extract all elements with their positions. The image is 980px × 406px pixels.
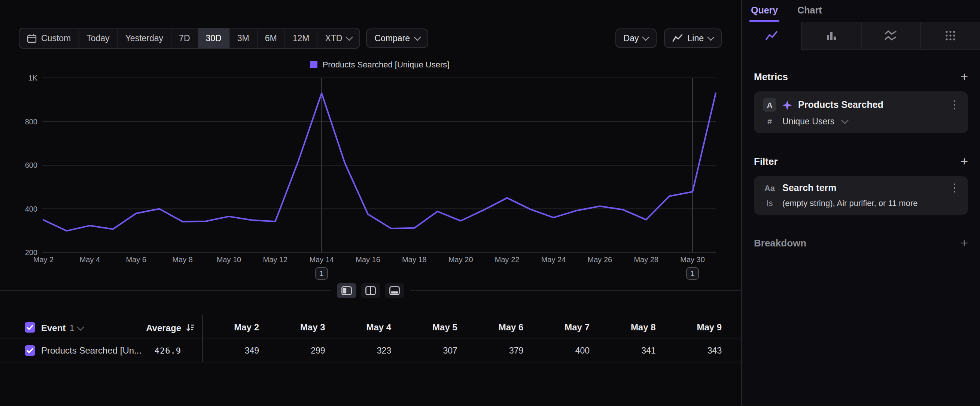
tab-area-chart[interactable] bbox=[861, 22, 921, 50]
event-selector[interactable]: Event 1 bbox=[41, 317, 83, 339]
svg-text:May 6: May 6 bbox=[126, 255, 146, 264]
svg-text:May 2: May 2 bbox=[33, 255, 54, 264]
range-xtd-button[interactable]: XTD bbox=[317, 29, 360, 48]
bar-chart-icon bbox=[825, 29, 837, 42]
line-chart-icon bbox=[765, 29, 778, 42]
granularity-label: Day bbox=[624, 34, 639, 43]
chevron-down-icon bbox=[77, 323, 84, 330]
column-header-may-4[interactable]: May 4 bbox=[325, 317, 391, 339]
add-filter-button[interactable]: + bbox=[961, 156, 968, 167]
granularity-button[interactable]: Day bbox=[616, 29, 657, 48]
filter-options-button[interactable] bbox=[950, 183, 959, 193]
svg-text:400: 400 bbox=[25, 205, 37, 213]
split-right-icon bbox=[365, 286, 376, 295]
svg-text:May 20: May 20 bbox=[449, 255, 473, 264]
range-today-button[interactable]: Today bbox=[79, 29, 118, 48]
query-panel: Query Chart bbox=[741, 0, 980, 406]
check-icon bbox=[26, 347, 34, 353]
chart-toolbar: CustomTodayYesterday7D30D3M6M12MXTD Comp… bbox=[19, 29, 722, 48]
chart-type-button[interactable]: Line bbox=[665, 29, 722, 48]
tab-query[interactable]: Query bbox=[749, 0, 780, 22]
metrics-title: Metrics bbox=[754, 71, 788, 83]
svg-text:May 22: May 22 bbox=[495, 255, 520, 264]
legend-label: Products Searched [Unique Users] bbox=[323, 60, 450, 69]
measure-label: Unique Users bbox=[782, 117, 834, 126]
column-header-may-9[interactable]: May 9 bbox=[656, 317, 722, 339]
add-breakdown-button[interactable]: + bbox=[961, 238, 968, 248]
range-30d-button[interactable]: 30D bbox=[198, 29, 230, 48]
range-6m-button[interactable]: 6M bbox=[258, 29, 285, 48]
column-header-may-3[interactable]: May 3 bbox=[259, 317, 325, 339]
chevron-down-icon bbox=[642, 33, 650, 41]
metrics-section-header: Metrics + bbox=[754, 71, 968, 83]
column-header-may-7[interactable]: May 7 bbox=[524, 317, 590, 339]
metric-name: Products Searched bbox=[798, 100, 944, 110]
select-all-checkbox[interactable] bbox=[25, 322, 35, 333]
svg-text:May 14: May 14 bbox=[309, 255, 334, 264]
svg-text:May 26: May 26 bbox=[588, 255, 612, 264]
range-12m-button[interactable]: 12M bbox=[285, 29, 318, 48]
chart-legend[interactable]: Products Searched [Unique Users] bbox=[43, 60, 716, 69]
range-custom-button[interactable]: Custom bbox=[19, 29, 79, 48]
add-metric-button[interactable]: + bbox=[961, 72, 968, 82]
average-column-header: Average bbox=[97, 317, 181, 339]
svg-text:May 4: May 4 bbox=[80, 255, 100, 264]
date-controls: CustomTodayYesterday7D30D3M6M12MXTD Comp… bbox=[19, 28, 428, 49]
column-header-may-5[interactable]: May 5 bbox=[391, 317, 457, 339]
filter-card[interactable]: Aa Search term Is (empty string), Air pu… bbox=[754, 176, 968, 215]
range-yesterday-button[interactable]: Yesterday bbox=[118, 29, 172, 48]
svg-text:May 12: May 12 bbox=[263, 255, 288, 264]
condition-values: (empty string), Air purifier, or 11 more bbox=[782, 199, 918, 207]
tab-line-chart[interactable] bbox=[742, 22, 801, 50]
value-cell: 341 bbox=[590, 339, 656, 363]
compare-button[interactable]: Compare bbox=[366, 29, 428, 48]
value-cell: 343 bbox=[656, 339, 722, 363]
breakdown-section-header: Breakdown + bbox=[754, 237, 968, 249]
value-cell: 299 bbox=[259, 339, 325, 363]
svg-text:May 30: May 30 bbox=[680, 255, 705, 264]
layout-split-right-button[interactable] bbox=[361, 283, 380, 298]
column-header-may-6[interactable]: May 6 bbox=[457, 317, 523, 339]
value-cell: 349 bbox=[193, 339, 259, 363]
column-header-may-8[interactable]: May 8 bbox=[590, 317, 656, 339]
operator-label: Is bbox=[763, 199, 776, 207]
layout-split-left-button[interactable] bbox=[337, 283, 356, 298]
metric-options-button[interactable] bbox=[950, 100, 959, 110]
svg-text:600: 600 bbox=[25, 161, 37, 169]
calendar-icon bbox=[27, 33, 37, 43]
value-cell: 323 bbox=[325, 339, 391, 363]
range-7d-button[interactable]: 7D bbox=[172, 29, 198, 48]
chevron-down-icon bbox=[413, 33, 421, 41]
split-bottom-icon bbox=[389, 286, 400, 295]
svg-text:May 24: May 24 bbox=[541, 255, 566, 264]
legend-swatch bbox=[310, 61, 317, 68]
layout-split-bottom-button[interactable] bbox=[385, 283, 404, 298]
svg-text:May 16: May 16 bbox=[356, 255, 380, 264]
range-3m-button[interactable]: 3M bbox=[230, 29, 258, 48]
insights-report: 2004006008001KMay 2May 4May 6May 8May 10… bbox=[0, 0, 980, 406]
visualization-tabs bbox=[742, 22, 980, 50]
metric-card[interactable]: A Products Searched # Unique Users bbox=[754, 91, 968, 133]
row-checkbox[interactable] bbox=[25, 345, 35, 356]
measure-selector[interactable]: # Unique Users bbox=[763, 117, 959, 126]
value-cell: 379 bbox=[457, 339, 523, 363]
column-header-may-2[interactable]: May 2 bbox=[193, 317, 259, 339]
table-header-row: Event 1 Average May 2May 3May 4May 5May … bbox=[0, 317, 741, 339]
check-icon bbox=[26, 324, 34, 330]
split-left-icon bbox=[341, 286, 352, 295]
svg-text:1: 1 bbox=[320, 269, 324, 277]
tab-metrics-grid[interactable] bbox=[921, 22, 980, 50]
chart-panel: 2004006008001KMay 2May 4May 6May 8May 10… bbox=[0, 0, 741, 406]
event-label: Event bbox=[41, 322, 65, 333]
tab-chart[interactable]: Chart bbox=[796, 0, 823, 22]
svg-text:1: 1 bbox=[690, 269, 695, 277]
panel-tabs: Query Chart bbox=[742, 0, 980, 22]
svg-text:May 28: May 28 bbox=[634, 255, 659, 264]
breakdown-title: Breakdown bbox=[754, 237, 806, 249]
layout-toggle-group bbox=[331, 282, 410, 299]
average-value: 426.9 bbox=[97, 339, 181, 363]
filter-condition[interactable]: Is (empty string), Air purifier, or 11 m… bbox=[763, 199, 959, 207]
tab-bar-chart[interactable] bbox=[801, 22, 861, 50]
number-icon: # bbox=[763, 117, 776, 126]
display-controls: Day Line bbox=[616, 29, 722, 48]
